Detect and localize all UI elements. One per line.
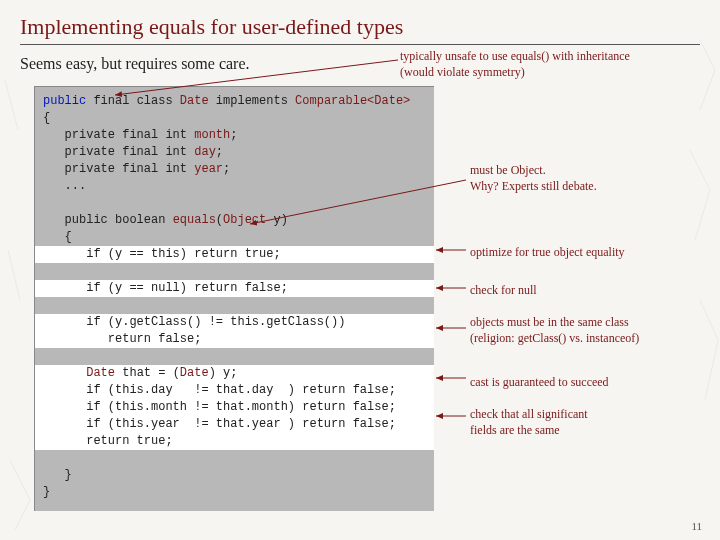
annotation-text: (religion: getClass() vs. instanceof) xyxy=(470,330,639,346)
annotation-text: fields are the same xyxy=(470,422,588,438)
annotation-fields: check that all significant fields are th… xyxy=(470,406,588,438)
code-lit: month xyxy=(194,128,230,142)
code-text xyxy=(43,366,86,380)
code-text: public boolean xyxy=(43,213,173,227)
annotation-class: objects must be in the same class (relig… xyxy=(470,314,639,346)
code-text: { xyxy=(43,230,72,244)
annotation-inheritance: typically unsafe to use equals() with in… xyxy=(400,48,690,80)
code-text: private final int xyxy=(43,128,194,142)
code-lit: Comparable<Date> xyxy=(295,94,410,108)
code-text: if (this.day != that.day ) return false; xyxy=(43,383,396,397)
code-text: { xyxy=(43,111,50,125)
code-text: return true; xyxy=(43,434,173,448)
code-text: return false; xyxy=(43,332,201,346)
code-text: if (this.month != that.month) return fal… xyxy=(43,400,396,414)
code-text: ) y; xyxy=(209,366,238,380)
slide: Implementing equals for user-defined typ… xyxy=(0,0,720,540)
annotation-text: check that all significant xyxy=(470,406,588,422)
code-lit: Date xyxy=(180,366,209,380)
code-text: if (y.getClass() != this.getClass()) xyxy=(43,315,345,329)
code-lit: Date xyxy=(86,366,115,380)
annotation-text: (would violate symmetry) xyxy=(400,64,690,80)
code-text: ( xyxy=(216,213,223,227)
code-lit: equals xyxy=(173,213,216,227)
annotation-cast: cast is guaranteed to succeed xyxy=(470,374,609,390)
code-text: } xyxy=(43,485,50,499)
annotation-object: must be Object. Why? Experts still debat… xyxy=(470,162,597,194)
code-text: ; xyxy=(223,162,230,176)
code-highlight: if (y == this) return true; xyxy=(35,246,434,263)
code-lit: Object xyxy=(223,213,266,227)
code-lit: Date xyxy=(180,94,209,108)
code-text: final class xyxy=(86,94,180,108)
code-highlight: if (y.getClass() != this.getClass()) ret… xyxy=(35,314,434,348)
code-text: } xyxy=(43,468,72,482)
code-highlight: Date that = (Date) y; if (this.day != th… xyxy=(35,365,434,450)
code-highlight: if (y == null) return false; xyxy=(35,280,434,297)
code-text: ; xyxy=(216,145,223,159)
code-text: that = ( xyxy=(115,366,180,380)
annotation-null: check for null xyxy=(470,282,537,298)
code-text: if (this.year != that.year ) return fals… xyxy=(43,417,396,431)
page-number: 11 xyxy=(691,520,702,532)
slide-title: Implementing equals for user-defined typ… xyxy=(20,14,700,45)
annotation-text: must be Object. xyxy=(470,162,597,178)
annotation-text: Why? Experts still debate. xyxy=(470,178,597,194)
code-lit: year xyxy=(194,162,223,176)
annotation-text: objects must be in the same class xyxy=(470,314,639,330)
code-text: implements xyxy=(209,94,295,108)
annotation-optimize: optimize for true object equality xyxy=(470,244,625,260)
code-block: public final class Date implements Compa… xyxy=(34,86,434,511)
code-text: ... xyxy=(43,179,86,193)
code-text: ; xyxy=(230,128,237,142)
code-text: private final int xyxy=(43,145,194,159)
code-text: y) xyxy=(266,213,288,227)
code-kw: public xyxy=(43,94,86,108)
code-lit: day xyxy=(194,145,216,159)
annotation-text: typically unsafe to use equals() with in… xyxy=(400,48,690,64)
code-text: private final int xyxy=(43,162,194,176)
